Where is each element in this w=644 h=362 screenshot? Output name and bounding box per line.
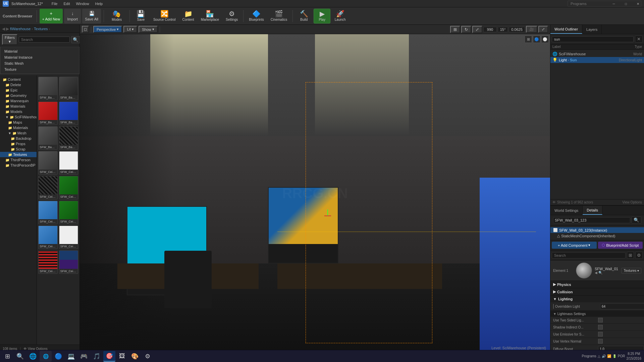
tree-mannequin[interactable]: 📁Mannequin — [0, 98, 37, 104]
details-grid-view[interactable]: ⊞ — [627, 252, 634, 259]
play-button[interactable]: ▶ Play — [314, 9, 330, 23]
taskbar-chevron[interactable]: △ — [598, 354, 600, 358]
viewport-ctrl-2[interactable]: 🔵 — [533, 36, 540, 43]
maximize-button[interactable]: □ — [620, 0, 632, 7]
mat-search-icon[interactable]: 🔍 — [598, 271, 602, 275]
add-new-button[interactable]: + + Add New — [40, 9, 63, 23]
list-item[interactable]: SFW_Ceiling_01_Lights_E — [38, 176, 58, 199]
overridden-light-input[interactable] — [600, 303, 644, 309]
tree-maps[interactable]: 📁Maps — [0, 120, 37, 125]
tree-materials2[interactable]: 📁Materials — [0, 125, 37, 130]
taskbar-app2[interactable]: 🎮 — [78, 351, 90, 362]
rotation-snap-input[interactable] — [498, 27, 508, 32]
marketplace-button[interactable]: 🏪 Marketplace — [198, 9, 222, 23]
details-options[interactable]: ⚙ — [635, 252, 643, 259]
shadow-indirect-checkbox[interactable] — [598, 325, 603, 329]
taskbar-sound[interactable]: 🔊 — [602, 354, 606, 358]
save-button[interactable]: 💾 Save — [132, 9, 149, 23]
list-item[interactable]: SFW_Ceiling_01_C — [38, 151, 58, 175]
menu-file[interactable]: File — [49, 1, 60, 6]
outliner-search-clear[interactable]: ✕ — [635, 36, 643, 43]
tree-mesh[interactable]: ▼ 📁Mesh — [0, 130, 37, 136]
list-item[interactable]: SFW_Backdrop_Windows... — [59, 126, 78, 150]
snap-scale-button[interactable]: ⤢ — [472, 26, 482, 33]
taskbar-ie[interactable]: 🌐 — [40, 351, 52, 362]
filter-texture[interactable]: Texture — [0, 66, 79, 72]
list-item[interactable]: SFW_Backdrop_Windows... — [38, 126, 58, 150]
taskbar-battery[interactable]: 🔋 — [612, 354, 616, 358]
list-item[interactable]: SFW_Backdrop_Windows_03 — [38, 102, 58, 125]
tree-materials[interactable]: 📁Materials — [0, 104, 37, 109]
comp-instance[interactable]: ⬜ SFW_Wall_03_123(Instance) — [550, 227, 644, 233]
scale-input[interactable] — [509, 27, 525, 32]
viewport-ctrl-3[interactable]: ⚪ — [541, 36, 549, 43]
list-item[interactable]: SFW_Ceiling_02_C — [59, 226, 78, 249]
cb-search-input[interactable] — [19, 37, 70, 43]
tree-backdrop[interactable]: 📁Backdrop — [0, 136, 37, 141]
list-item[interactable]: SFW_Ceiling_... — [38, 250, 58, 274]
tree-models[interactable]: 📁Models — [0, 109, 37, 114]
camera-speed-button[interactable]: 🎥 — [526, 26, 537, 33]
taskbar-ue[interactable]: 🎯 — [103, 351, 115, 362]
taskbar-time[interactable]: 8:25 PM 2/15/2016 — [627, 352, 642, 361]
tab-world-settings[interactable]: World Settings — [550, 206, 583, 215]
filter-material[interactable]: Material — [0, 48, 79, 54]
taskbar-chrome[interactable]: 🔵 — [52, 351, 64, 362]
snap-rotate-button[interactable]: ↻ — [461, 26, 471, 33]
list-item[interactable]: SFW_Backdrop_Windows_03 — [59, 102, 78, 125]
blueprints-button[interactable]: 🔷 Blueprints — [246, 9, 266, 23]
list-item[interactable]: SFW_Ceiling_01_MRE — [59, 201, 78, 224]
menu-window[interactable]: Window — [73, 1, 92, 6]
object-search-button[interactable]: 🔍 — [632, 217, 641, 224]
perspective-button[interactable]: Perspective ▾ — [93, 26, 122, 33]
content-button[interactable]: 📁 Content — [180, 9, 197, 23]
mat-nav-prev[interactable]: ◀ — [595, 271, 597, 275]
breadcrumb-sub[interactable]: Textures — [34, 27, 48, 31]
details-search-input[interactable] — [552, 252, 626, 258]
tree-content[interactable]: 📁Content — [0, 77, 37, 82]
tree-textures[interactable]: 📁Textures — [0, 152, 37, 157]
list-item[interactable]: SFW_Backdrop_Windows_03 — [59, 77, 78, 100]
taskbar-windows[interactable]: ⊞ — [1, 351, 13, 362]
blueprint-button[interactable]: ⬡ Blueprint/Add Script — [598, 242, 643, 249]
object-name-input[interactable] — [553, 217, 630, 223]
tab-layers[interactable]: Layers — [582, 25, 602, 34]
lit-button[interactable]: Lit ▾ — [123, 26, 137, 33]
view-options-outliner[interactable]: View Options — [622, 200, 642, 204]
taskbar-app5[interactable]: ⚙ — [142, 351, 154, 362]
taskbar-task-view[interactable]: 🌐 — [27, 351, 39, 362]
list-item[interactable]: SFW_Ceiling_01_Lights_N — [38, 201, 58, 224]
viewport-ctrl-1[interactable]: ⊞ — [525, 36, 532, 43]
tab-details[interactable]: Details — [583, 206, 602, 215]
show-button[interactable]: Show ▾ — [139, 26, 158, 33]
taskbar-network[interactable]: 📶 — [607, 354, 611, 358]
modes-button[interactable]: 🎭 Modes — [107, 9, 127, 23]
minimize-button[interactable]: ─ — [608, 0, 620, 7]
taskbar-app1[interactable]: 💻 — [65, 351, 77, 362]
filter-material-instance[interactable]: Material Instance — [0, 54, 79, 60]
import-button[interactable]: ↓ Import — [64, 9, 81, 23]
cb-search-button[interactable]: 🔍 — [71, 36, 80, 43]
menu-edit[interactable]: Edit — [61, 1, 73, 6]
tree-geometry[interactable]: 📁Geometry — [0, 93, 37, 98]
collision-header[interactable]: ▶ Collision — [550, 288, 644, 295]
comp-static-mesh[interactable]: △ StaticMeshComponent(Inherited) — [550, 233, 644, 239]
maximize-view-button[interactable]: ⤢ — [538, 26, 548, 33]
tree-thirdperson[interactable]: 📁ThirdPerson — [0, 157, 37, 163]
list-item[interactable]: SFW_Ceiling_... — [59, 250, 78, 274]
list-item[interactable]: SFW_Backdrop_Windows_02 — [38, 77, 58, 100]
overridden-light-checkbox[interactable] — [553, 304, 554, 309]
tree-props[interactable]: 📁Props — [0, 141, 37, 146]
taskbar-ps[interactable]: 🖼 — [116, 351, 128, 362]
list-item[interactable]: SFW_Ceiling_01_Lights_MRE — [59, 176, 78, 199]
tab-world-outliner[interactable]: World Outliner — [550, 25, 582, 34]
emissive-checkbox[interactable] — [598, 332, 603, 337]
outliner-search-input[interactable] — [552, 36, 634, 42]
viewport[interactable]: RRCG.CN Level: SciWarehouse (Persistent)… — [80, 34, 550, 353]
maximize-viewport-button[interactable]: ◻ — [82, 26, 89, 33]
taskbar-app3[interactable]: 🎵 — [91, 351, 103, 362]
close-button[interactable]: ✕ — [632, 0, 644, 7]
settings-button[interactable]: ⚙ Settings — [223, 9, 240, 23]
physics-header[interactable]: ▶ Physics — [550, 281, 644, 288]
taskbar-app4[interactable]: 🎨 — [129, 351, 141, 362]
